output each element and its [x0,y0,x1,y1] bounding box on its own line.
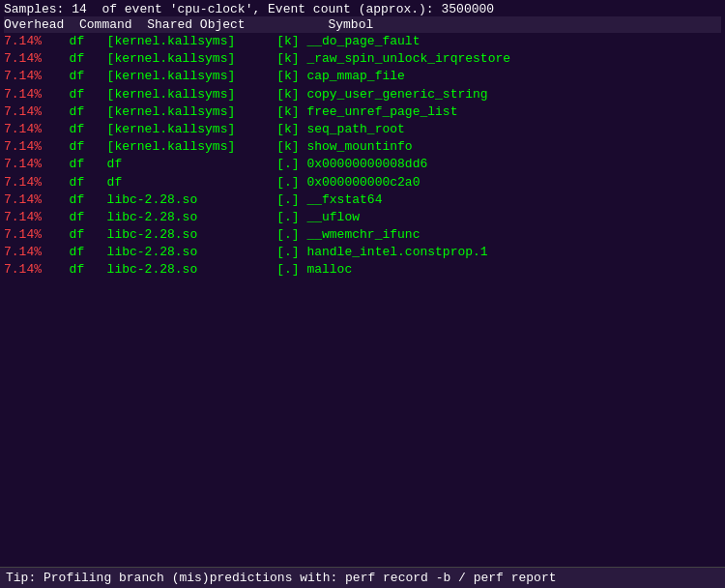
overhead-cell: 7.14% [4,86,54,103]
table-row: 7.14% df libc-2.28.so [.] malloc [4,261,721,279]
table-row: 7.14% df [kernel.kallsyms] [k] seq_path_… [4,121,721,138]
symbol-cell: [k] free_unref_page_list [262,103,458,121]
overhead-cell: 7.14% [4,121,54,138]
command-cell: df [54,209,107,226]
command-cell: df [54,121,107,138]
table-row: 7.14% df [kernel.kallsyms] [k] show_moun… [4,138,721,156]
table-row: 7.14% df [kernel.kallsyms] [k] _raw_spin… [4,50,721,68]
overhead-cell: 7.14% [4,50,54,68]
command-cell: df [54,33,107,50]
data-rows: 7.14% df [kernel.kallsyms] [k] __do_page… [4,33,721,279]
shared-object-cell: df [107,156,262,173]
shared-object-cell: [kernel.kallsyms] [107,103,262,121]
symbol-cell: [k] copy_user_generic_string [262,86,488,103]
command-cell: df [54,68,107,85]
table-row: 7.14% df [kernel.kallsyms] [k] cap_mmap_… [4,68,721,85]
command-cell: df [54,138,107,156]
table-row: 7.14% df libc-2.28.so [.] __fxstat64 [4,191,721,209]
shared-object-cell: libc-2.28.so [107,191,262,209]
command-cell: df [54,174,107,191]
symbol-cell: [.] handle_intel.constprop.1 [262,244,488,261]
command-cell: df [54,191,107,209]
table-row: 7.14% df df [.] 0x000000000c2a0 [4,174,721,191]
symbol-cell: [.] malloc [262,261,353,279]
symbol-cell: [.] __uflow [262,209,360,226]
overhead-cell: 7.14% [4,244,54,261]
command-cell: df [54,244,107,261]
terminal-output: Samples: 14 of event 'cpu-clock', Event … [0,0,725,567]
table-row: 7.14% df df [.] 0x00000000008dd6 [4,156,721,173]
symbol-cell: [k] _raw_spin_unlock_irqrestore [262,50,510,68]
shared-object-cell: [kernel.kallsyms] [107,50,262,68]
overhead-cell: 7.14% [4,226,54,244]
shared-object-cell: [kernel.kallsyms] [107,33,262,50]
overhead-cell: 7.14% [4,209,54,226]
command-cell: df [54,86,107,103]
shared-object-cell: [kernel.kallsyms] [107,121,262,138]
command-cell: df [54,226,107,244]
table-row: 7.14% df [kernel.kallsyms] [k] __do_page… [4,33,721,50]
shared-object-cell: libc-2.28.so [107,261,262,279]
table-row: 7.14% df [kernel.kallsyms] [k] free_unre… [4,103,721,121]
overhead-cell: 7.14% [4,33,54,50]
status-bar: Tip: Profiling branch (mis)predictions w… [0,567,725,588]
overhead-cell: 7.14% [4,191,54,209]
header-line: Samples: 14 of event 'cpu-clock', Event … [4,2,721,16]
column-headers: Overhead Command Shared Object Symbol [4,16,721,33]
table-row: 7.14% df libc-2.28.so [.] __uflow [4,209,721,226]
symbol-cell: [k] cap_mmap_file [262,68,405,85]
symbol-cell: [.] 0x000000000c2a0 [262,174,420,191]
shared-object-cell: [kernel.kallsyms] [107,68,262,85]
overhead-cell: 7.14% [4,174,54,191]
command-cell: df [54,103,107,121]
symbol-cell: [.] __wmemchr_ifunc [262,226,420,244]
table-row: 7.14% df [kernel.kallsyms] [k] copy_user… [4,86,721,103]
overhead-cell: 7.14% [4,156,54,173]
shared-object-cell: df [107,174,262,191]
symbol-cell: [k] __do_page_fault [262,33,420,50]
shared-object-cell: libc-2.28.so [107,244,262,261]
shared-object-header: Shared Object [147,17,245,32]
table-row: 7.14% df libc-2.28.so [.] __wmemchr_ifun… [4,226,721,244]
symbol-cell: [.] 0x00000000008dd6 [262,156,428,173]
overhead-cell: 7.14% [4,103,54,121]
symbol-cell: [k] seq_path_root [262,121,405,138]
command-cell: df [54,156,107,173]
overhead-cell: 7.14% [4,261,54,279]
overhead-cell: 7.14% [4,138,54,156]
table-row: 7.14% df libc-2.28.so [.] handle_intel.c… [4,244,721,261]
command-cell: df [54,261,107,279]
shared-object-cell: [kernel.kallsyms] [107,86,262,103]
shared-object-cell: libc-2.28.so [107,226,262,244]
command-cell: df [54,50,107,68]
symbol-cell: [.] __fxstat64 [262,191,383,209]
overhead-cell: 7.14% [4,68,54,85]
shared-object-cell: [kernel.kallsyms] [107,138,262,156]
shared-object-cell: libc-2.28.so [107,209,262,226]
symbol-cell: [k] show_mountinfo [262,138,413,156]
